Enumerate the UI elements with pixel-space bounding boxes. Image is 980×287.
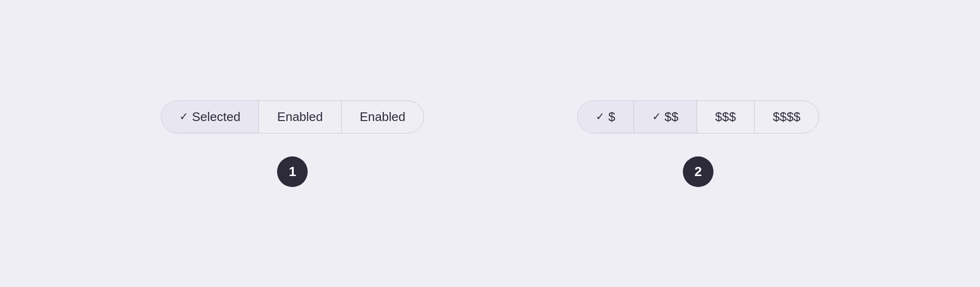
badge-label-2: 2: [694, 164, 702, 179]
segment-enabled-1[interactable]: Enabled: [259, 101, 341, 133]
segment-label-1: Selected: [192, 110, 240, 124]
badge-label-1: 1: [289, 164, 296, 179]
check-icon-3: ✓: [652, 110, 661, 123]
segment-dollar-2[interactable]: ✓ $$: [634, 101, 697, 133]
check-icon-2: ✓: [596, 110, 604, 123]
segmented-control-2: ✓ $ ✓ $$ $$$ $$$$: [577, 100, 819, 133]
badge-circle-1: 1: [277, 156, 308, 187]
badge-circle-2: 2: [683, 156, 713, 187]
segmented-control-1: ✓ Selected Enabled Enabled: [161, 100, 424, 133]
segment-dollar-4[interactable]: $$$$: [755, 101, 819, 133]
check-icon-1: ✓: [179, 110, 188, 123]
example-group-1: ✓ Selected Enabled Enabled 1: [161, 100, 424, 187]
page-container: ✓ Selected Enabled Enabled 1 ✓ $ ✓ $$: [0, 0, 980, 287]
segment-dollar-3[interactable]: $$$: [697, 101, 755, 133]
segment-label-4: $: [608, 110, 615, 124]
segment-enabled-2[interactable]: Enabled: [342, 101, 423, 133]
segment-label-2: Enabled: [277, 110, 323, 124]
segment-selected[interactable]: ✓ Selected: [161, 101, 259, 133]
segment-label-3: Enabled: [360, 110, 405, 124]
segment-label-7: $$$$: [773, 110, 801, 124]
example-group-2: ✓ $ ✓ $$ $$$ $$$$ 2: [577, 100, 819, 187]
segment-label-5: $$: [665, 110, 679, 124]
segment-dollar-1[interactable]: ✓ $: [578, 101, 634, 133]
segment-label-6: $$$: [715, 110, 736, 124]
